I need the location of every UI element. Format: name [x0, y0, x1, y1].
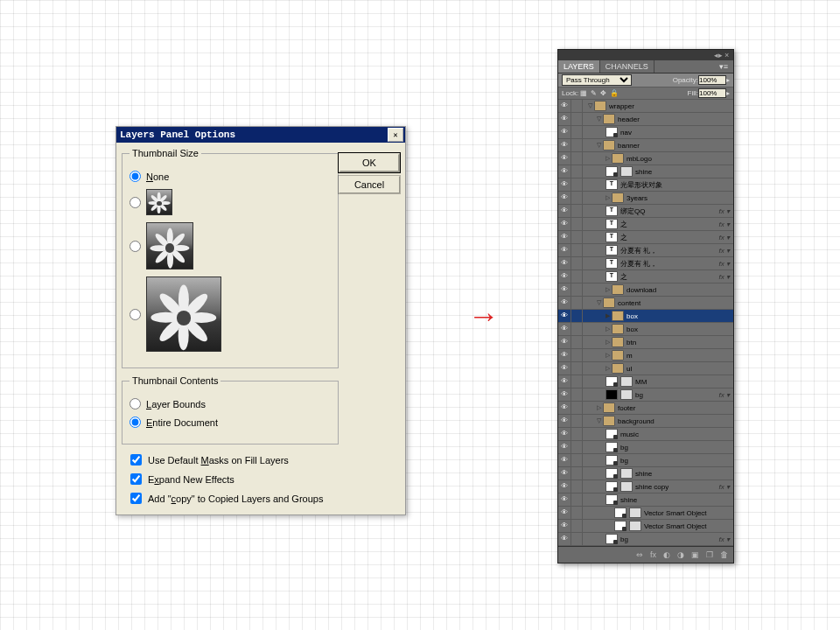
- layer-row[interactable]: 👁T之fx: [558, 270, 733, 284]
- visibility-icon[interactable]: 👁: [558, 113, 571, 125]
- visibility-icon[interactable]: 👁: [558, 257, 571, 270]
- visibility-icon[interactable]: 👁: [558, 165, 571, 178]
- fx-icon[interactable]: fx: [650, 550, 656, 559]
- layer-row[interactable]: 👁bgfx: [558, 533, 733, 546]
- visibility-icon[interactable]: 👁: [558, 441, 571, 453]
- layer-row[interactable]: 👁▷footer: [558, 402, 733, 415]
- fx-indicator-icon[interactable]: fx: [719, 247, 730, 255]
- panel-header[interactable]: ◂▸ ×: [558, 50, 733, 60]
- visibility-icon[interactable]: 👁: [558, 152, 571, 164]
- chk-default-masks[interactable]: Use Default Masks on Fill LayersUse Defa…: [127, 452, 339, 468]
- opacity-input[interactable]: [698, 75, 726, 85]
- expand-icon[interactable]: ▷: [606, 326, 610, 332]
- visibility-icon[interactable]: 👁: [558, 402, 571, 414]
- chk-expand-effects[interactable]: Expand New EffectsExpand New Effects: [127, 471, 339, 487]
- layer-row[interactable]: 👁▷mbLogo: [558, 152, 733, 165]
- layer-row[interactable]: 👁T之fx: [558, 231, 733, 244]
- expand-icon[interactable]: ▽: [597, 116, 601, 122]
- blend-mode-select[interactable]: Pass Through: [562, 74, 632, 86]
- layer-row[interactable]: 👁▽content: [558, 297, 733, 310]
- visibility-icon[interactable]: 👁: [558, 362, 571, 374]
- fx-indicator-icon[interactable]: fx: [719, 260, 730, 268]
- layer-row[interactable]: 👁▽wrapper: [558, 100, 733, 113]
- layer-row[interactable]: 👁bgfx: [558, 388, 733, 402]
- expand-icon[interactable]: ▷: [606, 352, 610, 359]
- expand-icon[interactable]: ▷: [606, 365, 610, 372]
- trash-icon[interactable]: 🗑: [720, 550, 728, 559]
- opacity-stepper-icon[interactable]: ▸: [726, 76, 730, 84]
- layer-row[interactable]: 👁▶box: [558, 310, 733, 323]
- radio-large[interactable]: [130, 276, 331, 352]
- fx-indicator-icon[interactable]: fx: [719, 391, 730, 399]
- lock-transparency-icon[interactable]: ▦: [580, 89, 587, 97]
- close-panel-icon[interactable]: ×: [724, 52, 732, 59]
- radio-medium[interactable]: [130, 222, 331, 270]
- layer-row[interactable]: 👁▷box: [558, 323, 733, 336]
- layer-row[interactable]: 👁T分夏有 礼，fx: [558, 257, 733, 270]
- visibility-icon[interactable]: 👁: [558, 480, 571, 493]
- visibility-icon[interactable]: 👁: [558, 310, 571, 322]
- visibility-icon[interactable]: 👁: [558, 244, 571, 256]
- layer-row[interactable]: 👁T绑定QQfx: [558, 205, 733, 218]
- group-icon[interactable]: ▣: [691, 550, 699, 559]
- fx-indicator-icon[interactable]: fx: [719, 483, 730, 491]
- visibility-icon[interactable]: 👁: [558, 139, 571, 151]
- visibility-icon[interactable]: 👁: [558, 323, 571, 335]
- close-icon[interactable]: ✕: [388, 128, 403, 142]
- layer-row[interactable]: 👁T之fx: [558, 218, 733, 231]
- visibility-icon[interactable]: 👁: [558, 231, 571, 243]
- visibility-icon[interactable]: 👁: [558, 467, 571, 480]
- fx-indicator-icon[interactable]: fx: [719, 536, 730, 543]
- layer-row[interactable]: 👁▷btn: [558, 336, 733, 349]
- layer-row[interactable]: 👁MM: [558, 375, 733, 388]
- visibility-icon[interactable]: 👁: [558, 284, 571, 296]
- radio-layer-bounds[interactable]: Layer BoundsLayer Bounds: [130, 398, 331, 410]
- mask-icon[interactable]: ◐: [663, 550, 670, 559]
- visibility-icon[interactable]: 👁: [558, 454, 571, 466]
- layer-row[interactable]: 👁bg: [558, 454, 733, 467]
- layer-row[interactable]: 👁▷m: [558, 349, 733, 362]
- layer-row[interactable]: 👁shine: [558, 165, 733, 178]
- adjustment-icon[interactable]: ◑: [677, 550, 684, 559]
- expand-icon[interactable]: ▶: [606, 312, 610, 319]
- chk-add-copy[interactable]: Add "copy" to Copied Layers and GroupsAd…: [127, 490, 339, 507]
- ok-button[interactable]: OK: [339, 153, 400, 172]
- expand-icon[interactable]: ▽: [597, 299, 601, 306]
- visibility-icon[interactable]: 👁: [558, 270, 571, 283]
- expand-icon[interactable]: ▷: [606, 155, 610, 162]
- visibility-icon[interactable]: 👁: [558, 336, 571, 348]
- layer-row[interactable]: 👁music: [558, 428, 733, 441]
- layer-row[interactable]: 👁▷ul: [558, 362, 733, 375]
- link-layers-icon[interactable]: ⇔: [636, 550, 643, 559]
- visibility-icon[interactable]: 👁: [558, 178, 571, 191]
- visibility-icon[interactable]: 👁: [558, 494, 571, 506]
- layer-row[interactable]: 👁▷download: [558, 284, 733, 297]
- lock-pixels-icon[interactable]: ✎: [591, 89, 597, 97]
- visibility-icon[interactable]: 👁: [558, 205, 571, 217]
- visibility-icon[interactable]: 👁: [558, 100, 571, 112]
- layer-row[interactable]: 👁▽banner: [558, 139, 733, 152]
- layer-row[interactable]: 👁▽background: [558, 415, 733, 428]
- visibility-icon[interactable]: 👁: [558, 218, 571, 230]
- layer-row[interactable]: 👁shine: [558, 467, 733, 480]
- visibility-icon[interactable]: 👁: [558, 415, 571, 427]
- dialog-titlebar[interactable]: Layers Panel Options ✕: [116, 127, 405, 143]
- panel-menu-icon[interactable]: ▾≡: [714, 60, 733, 73]
- expand-icon[interactable]: ▷: [606, 194, 610, 201]
- visibility-icon[interactable]: 👁: [558, 349, 571, 361]
- radio-entire-document[interactable]: Entire DocumentEntire Document: [130, 416, 331, 428]
- expand-icon[interactable]: ▷: [606, 286, 610, 293]
- layer-row[interactable]: 👁shine copyfx: [558, 480, 733, 494]
- expand-icon[interactable]: ▽: [597, 417, 601, 424]
- expand-icon[interactable]: ▽: [588, 102, 592, 109]
- lock-position-icon[interactable]: ✥: [600, 89, 606, 97]
- layer-row[interactable]: 👁nav: [558, 126, 733, 139]
- radio-small[interactable]: [130, 189, 331, 215]
- visibility-icon[interactable]: 👁: [558, 192, 571, 204]
- fx-indicator-icon[interactable]: fx: [719, 234, 730, 242]
- radio-none[interactable]: NNoneone: [130, 171, 331, 182]
- layer-row[interactable]: 👁Vector Smart Object: [558, 507, 733, 520]
- layer-row[interactable]: 👁▷3years: [558, 192, 733, 205]
- expand-icon[interactable]: ▷: [597, 404, 601, 411]
- expand-icon[interactable]: ▷: [606, 339, 610, 346]
